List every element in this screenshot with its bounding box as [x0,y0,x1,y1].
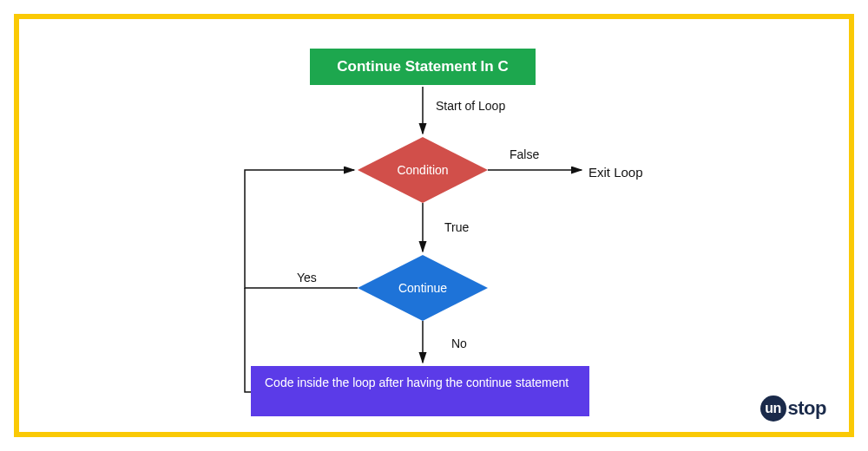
logo-badge: un [760,395,786,422]
title-text: Continue Statement In C [337,58,508,75]
true-label: True [444,220,469,234]
exit-label: Exit Loop [589,165,643,180]
diagram-title: Continue Statement In C [310,49,536,85]
code-node: Code inside the loop after having the co… [251,366,589,416]
false-label: False [510,147,539,161]
brand-logo: un stop [760,395,826,422]
condition-text: Condition [397,163,448,177]
yes-label: Yes [297,271,317,284]
logo-text: stop [788,397,826,420]
code-text: Code inside the loop after having the co… [265,376,569,389]
start-label: Start of Loop [436,99,505,113]
condition-node: Condition [358,137,488,203]
diagram-frame: Continue Statement In C Start of Loop Co… [14,14,854,437]
continue-node: Continue [358,255,488,321]
continue-text: Continue [398,281,447,295]
no-label: No [451,337,467,350]
